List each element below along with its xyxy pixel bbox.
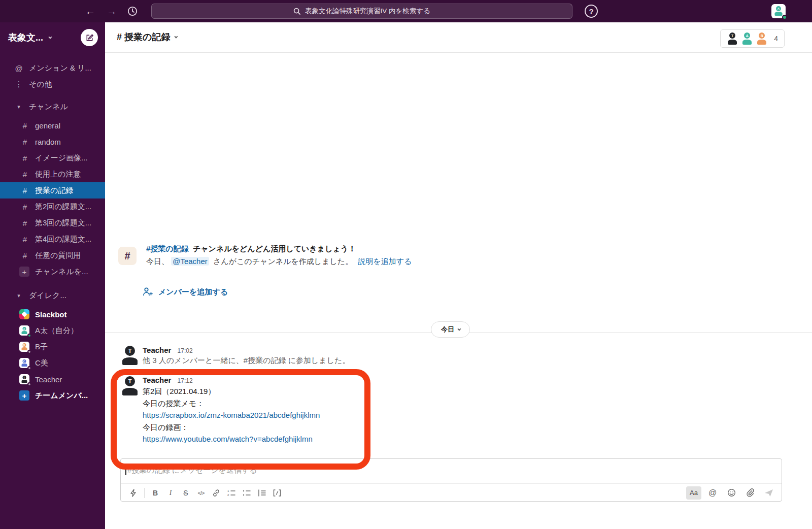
sidebar-dm-teacher[interactable]: T Teacher (0, 371, 105, 387)
bold-button[interactable]: B (148, 486, 163, 500)
link-button[interactable] (209, 486, 224, 500)
channel-members-button[interactable]: T A B 4 (720, 29, 785, 48)
composer-placeholder: #授業の記録 にメッセージを送信する (127, 466, 257, 475)
message-join: T (121, 346, 139, 367)
shortcuts-button[interactable] (126, 486, 141, 500)
scrapbox-link[interactable]: https://scrapbox.io/zmz-komaba2021/abcde… (143, 409, 320, 421)
sidebar-dm-b[interactable]: B B子 (0, 339, 105, 355)
format-toggle-button[interactable]: Aa (686, 486, 701, 500)
channel-title: # 授業の記録 (117, 31, 170, 43)
emoji-button[interactable] (724, 486, 739, 500)
history-clock-button[interactable] (125, 0, 140, 22)
message-timestamp[interactable]: 17:12 (178, 377, 193, 384)
sidebar-item-label: その他 (29, 80, 52, 89)
sidebar-dm-c[interactable]: C C美 (0, 355, 105, 371)
channel-label: random (35, 138, 61, 146)
help-button[interactable]: ? (585, 5, 598, 18)
sidebar-dm-slackbot[interactable]: Slackbot (0, 306, 105, 322)
inline-code-button[interactable]: </> (193, 486, 209, 500)
hash-icon: # (19, 235, 30, 244)
message-avatar[interactable]: T (121, 376, 139, 395)
caret-down-icon: ▾ (13, 292, 24, 299)
invite-label: チームメンバ... (35, 391, 88, 401)
creator-mention[interactable]: @Teacher (171, 257, 209, 266)
sidebar-channel-usage-notes[interactable]: # 使用上の注意 (0, 166, 105, 182)
online-status-dot (782, 15, 787, 20)
toolbar-divider (144, 488, 145, 498)
message-avatar[interactable]: T (121, 346, 139, 365)
sidebar-channel-assignment4[interactable]: # 第4回の課題文... (0, 231, 105, 247)
compose-pencil-icon (85, 34, 94, 42)
channel-title-button[interactable]: # 授業の記録 (117, 31, 177, 43)
join-message-text: 他 3 人のメンバーと一緒に、#授業の記録 に参加しました。 (143, 356, 350, 366)
sidebar-channel-general[interactable]: # general (0, 117, 105, 134)
slackbot-icon (19, 309, 29, 319)
message-line: 今日の録画： (143, 421, 320, 434)
dm-avatar: T (19, 374, 29, 384)
date-label: 今日 (441, 325, 454, 334)
message-notes: T (121, 376, 139, 398)
paperclip-icon (746, 488, 754, 497)
back-arrow-icon: ← (85, 6, 95, 17)
hash-icon: # (19, 154, 30, 162)
add-members-button[interactable]: メンバーを追加する (142, 287, 228, 297)
sidebar-item-more[interactable]: ⋮ その他 (0, 76, 105, 92)
message-sender[interactable]: Teacher (143, 346, 171, 354)
blockquote-button[interactable] (254, 486, 269, 500)
channels-section-label: チャンネル (29, 102, 68, 112)
sidebar-dm-self[interactable]: A A太（自分） (0, 322, 105, 339)
online-status-dot (27, 334, 31, 338)
sidebar-item-mentions[interactable]: @ メンション & リ... (0, 60, 105, 76)
channel-label: general (35, 121, 60, 130)
channels-section-header[interactable]: ▾ チャンネル (0, 98, 105, 115)
attach-file-button[interactable] (742, 486, 758, 500)
message-composer[interactable]: #授業の記録 にメッセージを送信する B I S </> 12 (120, 458, 782, 502)
vertical-dots-icon: ⋮ (13, 80, 24, 89)
code-block-icon (273, 489, 281, 497)
member-avatar: T (727, 32, 738, 45)
date-divider-button[interactable]: 今日 (431, 321, 470, 338)
workspace-header[interactable]: 表象文... (0, 22, 105, 53)
sidebar-channel-image[interactable]: # イメージ画像... (0, 150, 105, 166)
message-join-body: Teacher 17:02 他 3 人のメンバーと一緒に、#授業の記録 に参加し… (143, 346, 350, 366)
history-back-button[interactable]: ← (83, 0, 98, 22)
send-plane-icon (764, 489, 773, 497)
mention-button[interactable]: @ (705, 486, 720, 500)
workspace-name: 表象文... (8, 31, 43, 44)
send-button[interactable] (761, 486, 776, 500)
created-prefix: 今日、 (146, 257, 169, 266)
sidebar-channel-random[interactable]: # random (0, 134, 105, 150)
add-description-link[interactable]: 説明を追加する (358, 257, 412, 266)
sidebar-add-channel[interactable]: + チャンネルを... (0, 263, 105, 280)
hash-icon: # (19, 251, 30, 260)
message-sender[interactable]: Teacher (143, 376, 171, 384)
channel-label: 授業の記録 (35, 186, 73, 195)
clock-icon (127, 6, 138, 17)
sidebar-invite-members[interactable]: + チームメンバ... (0, 387, 105, 404)
sidebar-channel-assignment3[interactable]: # 第3回の課題文... (0, 215, 105, 231)
compose-button[interactable] (81, 29, 98, 46)
sidebar-channel-questions[interactable]: # 任意の質問用 (0, 247, 105, 263)
member-avatar: A (741, 32, 753, 45)
svg-text:1: 1 (227, 489, 229, 492)
add-channel-label: チャンネルを... (35, 267, 88, 277)
italic-button[interactable]: I (163, 486, 178, 500)
message-timestamp[interactable]: 17:02 (178, 347, 193, 354)
history-forward-button[interactable]: → (104, 0, 119, 22)
channel-name-link[interactable]: #授業の記録 (146, 244, 189, 253)
ordered-list-button[interactable]: 12 (224, 486, 239, 500)
intro-title-text: チャンネルをどんどん活用していきましょう！ (193, 244, 356, 253)
youtube-link[interactable]: https://www.youtube.com/watch?v=abcdefgh… (143, 433, 313, 445)
sidebar-channel-assignment2[interactable]: # 第2回の課題文... (0, 199, 105, 215)
dm-section-header[interactable]: ▾ ダイレク... (0, 287, 105, 304)
bullet-list-button[interactable] (239, 486, 254, 500)
search-input[interactable]: 表象文化論特殊研究演習IV 内を検索する (151, 4, 572, 19)
strikethrough-button[interactable]: S (178, 486, 193, 500)
caret-down-icon: ▾ (13, 104, 24, 110)
member-count: 4 (774, 35, 778, 43)
code-block-button[interactable] (269, 486, 285, 500)
sidebar-channel-class-records-selected[interactable]: # 授業の記録 (0, 182, 105, 199)
user-avatar[interactable]: A (771, 4, 786, 18)
svg-text:2: 2 (227, 493, 229, 497)
dm-name: A太（自分） (35, 326, 78, 336)
